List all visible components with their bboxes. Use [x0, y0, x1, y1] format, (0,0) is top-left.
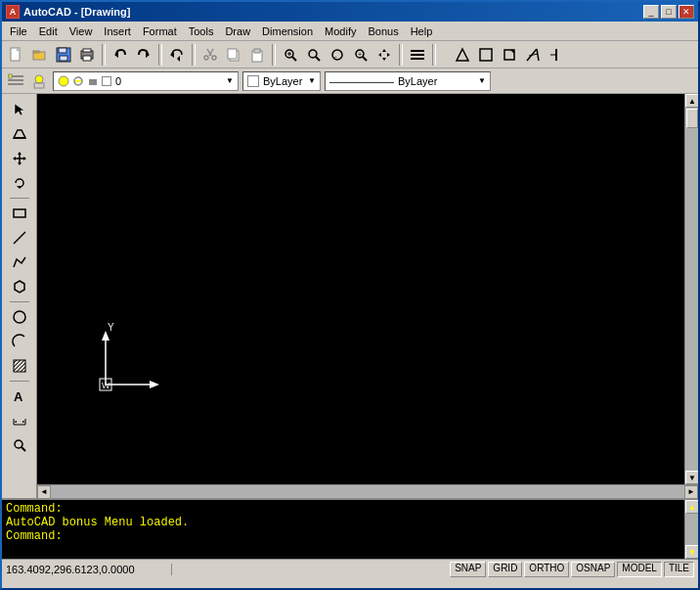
- zoom-realtime-button[interactable]: +: [350, 44, 372, 66]
- scroll-right-button[interactable]: ►: [684, 485, 698, 499]
- tb2-btn2[interactable]: [475, 44, 497, 66]
- cmd-scroll-down[interactable]: ▼: [685, 545, 699, 559]
- menu-draw[interactable]: Draw: [219, 23, 256, 40]
- drawing-canvas[interactable]: W Y: [37, 94, 684, 484]
- minimize-button[interactable]: _: [643, 5, 659, 19]
- color-dropdown-arrow: ▼: [308, 76, 316, 85]
- left-tb-sep-1: [10, 198, 29, 199]
- status-bar: 163.4092,296.6123,0.0000 SNAP GRID ORTHO…: [2, 559, 698, 578]
- menu-tools[interactable]: Tools: [183, 23, 220, 40]
- command-area: Command: AutoCAD bonus Menu loaded. Comm…: [2, 498, 698, 559]
- erase-button[interactable]: [8, 122, 31, 146]
- svg-marker-69: [17, 186, 22, 189]
- pline-button[interactable]: [8, 250, 31, 274]
- left-tb-sep-2: [10, 301, 29, 302]
- svg-marker-35: [378, 53, 381, 57]
- menu-dimension[interactable]: Dimension: [256, 23, 319, 40]
- scroll-track-right[interactable]: [685, 108, 698, 471]
- layer-manager-button[interactable]: [6, 71, 25, 91]
- maximize-button[interactable]: □: [661, 5, 677, 19]
- left-toolbar: A: [2, 94, 37, 498]
- zoom-prev-button[interactable]: -: [327, 44, 348, 66]
- svg-marker-36: [387, 53, 390, 57]
- cut-button[interactable]: [199, 44, 221, 66]
- copy-button[interactable]: [223, 44, 244, 66]
- menu-bonus[interactable]: Bonus: [362, 23, 404, 40]
- svg-text:W: W: [102, 381, 110, 390]
- cmd-scroll-up[interactable]: ▲: [685, 500, 699, 514]
- pan-button[interactable]: [373, 44, 395, 66]
- paste-button[interactable]: [246, 44, 268, 66]
- svg-marker-67: [13, 157, 16, 160]
- command-scrollbar: ▲ ▼: [684, 500, 698, 559]
- scroll-up-button[interactable]: ▲: [685, 94, 699, 108]
- scroll-down-button[interactable]: ▼: [685, 471, 699, 484]
- snap-button[interactable]: SNAP: [450, 562, 486, 577]
- scroll-track-bottom[interactable]: [51, 485, 684, 499]
- menu-edit[interactable]: Edit: [33, 23, 64, 40]
- layer-name: 0: [115, 75, 121, 87]
- undo-button[interactable]: [109, 44, 131, 66]
- text-button[interactable]: A: [8, 385, 31, 408]
- svg-line-45: [537, 49, 539, 61]
- circle-button[interactable]: [8, 305, 31, 329]
- svg-marker-66: [18, 162, 22, 165]
- select-button[interactable]: [8, 98, 31, 121]
- svg-marker-33: [382, 49, 386, 52]
- close-button[interactable]: ✕: [678, 5, 694, 19]
- bottom-scrollbar: ◄ ►: [37, 484, 698, 498]
- dim-button[interactable]: [8, 409, 31, 432]
- osnap-button[interactable]: OSNAP: [571, 562, 615, 577]
- svg-point-59: [93, 79, 97, 83]
- zoom-all-button[interactable]: [303, 44, 325, 66]
- svg-line-23: [292, 57, 296, 61]
- layer-dropdown[interactable]: 0 ▼: [53, 71, 239, 91]
- line-button[interactable]: [8, 226, 31, 250]
- new-button[interactable]: [6, 44, 27, 66]
- color-dropdown[interactable]: ByLayer ▼: [242, 71, 321, 91]
- redo-button[interactable]: [133, 44, 154, 66]
- toolbar-sep-4: [272, 44, 276, 66]
- svg-text:A: A: [14, 389, 23, 404]
- menu-view[interactable]: View: [64, 23, 99, 40]
- rotate-button[interactable]: [8, 171, 31, 195]
- zoom-window-button[interactable]: [280, 44, 301, 66]
- layer-state-button[interactable]: [29, 71, 49, 91]
- tb2-btn4[interactable]: [522, 44, 544, 66]
- menu-format[interactable]: Format: [137, 23, 183, 40]
- svg-rect-5: [59, 48, 66, 53]
- polygon-button[interactable]: [8, 275, 31, 298]
- move-button[interactable]: [8, 147, 31, 170]
- open-button[interactable]: [29, 44, 51, 66]
- svg-point-87: [15, 440, 22, 448]
- arc-button[interactable]: [8, 330, 31, 353]
- menu-insert[interactable]: Insert: [98, 23, 137, 40]
- menu-modify[interactable]: Modify: [319, 23, 362, 40]
- tb2-btn5[interactable]: [546, 44, 567, 66]
- tb2-btn3[interactable]: [499, 44, 520, 66]
- zoom-left-button[interactable]: [8, 433, 31, 457]
- linetype-dropdown[interactable]: —————— ByLayer ▼: [325, 71, 491, 91]
- model-button[interactable]: MODEL: [617, 562, 662, 577]
- svg-line-78: [17, 363, 25, 372]
- grid-button[interactable]: GRID: [488, 562, 522, 577]
- cmd-scroll-track[interactable]: [685, 514, 698, 545]
- menu-help[interactable]: Help: [405, 23, 439, 40]
- scroll-thumb-right[interactable]: [686, 109, 698, 128]
- ortho-button[interactable]: ORTHO: [524, 562, 569, 577]
- print-button[interactable]: [76, 44, 98, 66]
- svg-line-88: [22, 447, 25, 451]
- properties-button[interactable]: [407, 44, 428, 66]
- canvas-container: W Y ▲ ▼ ◄: [37, 94, 698, 498]
- svg-marker-92: [150, 381, 159, 388]
- svg-rect-54: [34, 83, 44, 88]
- undo-list-button[interactable]: [166, 44, 188, 66]
- tb2-btn1[interactable]: [452, 44, 473, 66]
- save-button[interactable]: [53, 44, 74, 66]
- menu-file[interactable]: File: [4, 23, 33, 40]
- rectangle-button[interactable]: [8, 202, 31, 225]
- svg-rect-52: [9, 74, 12, 78]
- tile-button[interactable]: TILE: [664, 562, 694, 577]
- scroll-left-button[interactable]: ◄: [37, 485, 51, 499]
- hatch-button[interactable]: [8, 354, 31, 378]
